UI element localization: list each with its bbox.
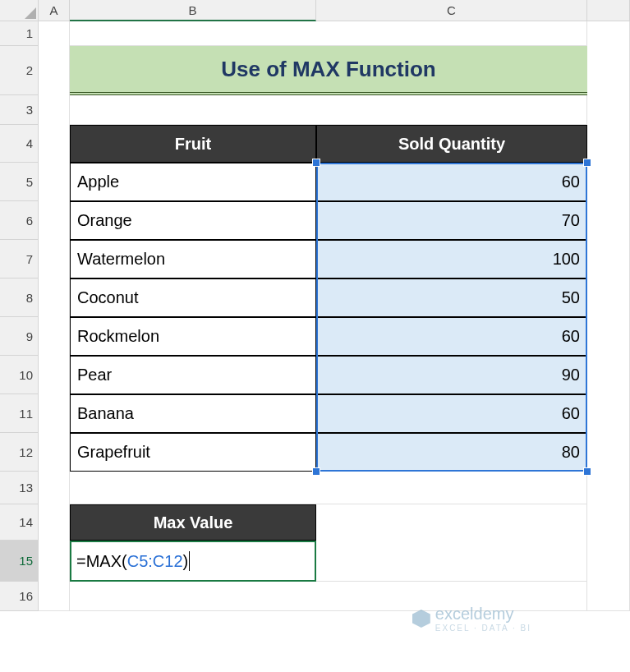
row-header-2[interactable]: 2 — [0, 46, 39, 95]
row-header-12[interactable]: 12 — [0, 433, 39, 472]
row-header-14[interactable]: 14 — [0, 504, 39, 541]
cell-c11[interactable]: 60 — [316, 394, 587, 433]
cell-c5[interactable]: 60 — [316, 163, 587, 201]
spreadsheet-grid: A B C 1 2 3 4 5 6 7 8 9 10 11 12 13 14 1… — [0, 0, 630, 611]
row-header-6[interactable]: 6 — [0, 201, 39, 240]
cell-b12[interactable]: Grapefruit — [70, 433, 316, 472]
row1-cells[interactable] — [70, 21, 587, 46]
row-header-7[interactable]: 7 — [0, 240, 39, 278]
formula-function: MAX — [86, 552, 122, 571]
cell-c9[interactable]: 60 — [316, 317, 587, 356]
cell-b7[interactable]: Watermelon — [70, 240, 316, 278]
row-header-1[interactable]: 1 — [0, 21, 39, 46]
cell-b11[interactable]: Banana — [70, 394, 316, 433]
text-cursor — [189, 551, 190, 571]
c14-16-cells[interactable] — [316, 504, 587, 582]
row-header-13[interactable]: 13 — [0, 472, 39, 504]
watermark: exceldemy EXCEL · DATA · BI — [412, 605, 531, 633]
row3-cells[interactable] — [70, 95, 587, 125]
cell-c7[interactable]: 100 — [316, 240, 587, 278]
row-header-8[interactable]: 8 — [0, 278, 39, 317]
col-header-d[interactable] — [587, 0, 630, 21]
table-header-fruit[interactable]: Fruit — [70, 125, 316, 163]
col-header-b[interactable]: B — [70, 0, 316, 21]
cell-c10[interactable]: 90 — [316, 356, 587, 394]
cell-b8[interactable]: Coconut — [70, 278, 316, 317]
cell-b9[interactable]: Rockmelon — [70, 317, 316, 356]
cell-b10[interactable]: Pear — [70, 356, 316, 394]
row-header-11[interactable]: 11 — [0, 394, 39, 433]
col-header-c[interactable]: C — [316, 0, 587, 21]
select-all-corner[interactable] — [0, 0, 39, 21]
row-header-3[interactable]: 3 — [0, 95, 39, 125]
page-title: Use of MAX Function — [70, 46, 587, 95]
row-header-4[interactable]: 4 — [0, 125, 39, 163]
cell-c6[interactable]: 70 — [316, 201, 587, 240]
col-d-cells[interactable] — [587, 21, 630, 611]
watermark-sub: EXCEL · DATA · BI — [435, 624, 531, 633]
cell-b5[interactable]: Apple — [70, 163, 316, 201]
col-header-a[interactable]: A — [39, 0, 70, 21]
row-header-5[interactable]: 5 — [0, 163, 39, 201]
row-header-15[interactable]: 15 — [0, 541, 39, 582]
formula-cell-b15[interactable]: =MAX(C5:C12) — [70, 541, 316, 582]
max-value-header[interactable]: Max Value — [70, 504, 316, 541]
formula-close-paren: ) — [183, 552, 189, 571]
row-header-10[interactable]: 10 — [0, 356, 39, 394]
cell-c8[interactable]: 50 — [316, 278, 587, 317]
watermark-text: exceldemy — [435, 605, 514, 623]
watermark-icon — [412, 610, 430, 628]
cell-c12[interactable]: 80 — [316, 433, 587, 472]
row13-cells[interactable] — [70, 472, 587, 504]
row-header-9[interactable]: 9 — [0, 317, 39, 356]
table-header-qty[interactable]: Sold Quantity — [316, 125, 587, 163]
cell-b6[interactable]: Orange — [70, 201, 316, 240]
formula-open-paren: ( — [122, 552, 127, 571]
formula-equals: = — [76, 552, 86, 571]
formula-range: C5:C12 — [127, 552, 183, 571]
row-header-16[interactable]: 16 — [0, 582, 39, 611]
col-a-cells[interactable] — [39, 21, 70, 611]
